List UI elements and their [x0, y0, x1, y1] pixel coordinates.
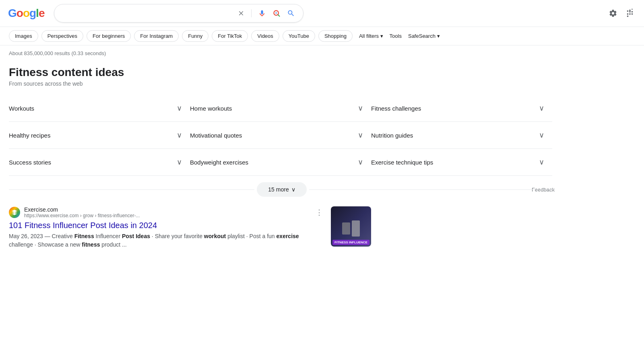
chevron-motivational-quotes-icon: ∨ [358, 131, 363, 140]
topic-workouts[interactable]: Workouts ∨ [9, 95, 190, 122]
main-content: Fitness content ideas From sources acros… [0, 60, 564, 252]
result-content: Exercise.com https://www.exercise.com › … [9, 206, 323, 249]
filter-tools: All filters ▾ Tools SafeSearch ▾ [359, 33, 440, 42]
topic-success-stories[interactable]: Success stories ∨ [9, 149, 190, 176]
header-right [607, 7, 636, 19]
result-date: May 26, 2023 [9, 233, 43, 239]
topic-nutrition-guides[interactable]: Nutrition guides ∨ [371, 122, 552, 149]
chevron-exercise-technique-tips-icon: ∨ [539, 158, 544, 167]
filter-for-tiktok[interactable]: For TikTok [212, 30, 248, 42]
safesearch[interactable]: SafeSearch ▾ [408, 33, 440, 39]
topics-grid: Workouts ∨ Home workouts ∨ Fitness chall… [9, 95, 552, 176]
settings-button[interactable] [607, 7, 619, 19]
result-site: Exercise.com https://www.exercise.com › … [9, 206, 323, 218]
chevron-home-workouts-icon: ∨ [358, 104, 363, 113]
result-options-button[interactable]: ⋮ [316, 208, 323, 217]
featured-subtitle: From sources across the web [9, 80, 555, 87]
filter-for-beginners[interactable]: For beginners [87, 30, 131, 42]
header: Google fitness content ideas [0, 0, 644, 27]
search-bar: fitness content ideas [54, 4, 303, 23]
result-description-text: — Creative Fitness Influencer Post Ideas… [9, 233, 299, 248]
chevron-workouts-icon: ∨ [177, 104, 182, 113]
site-info: Exercise.com https://www.exercise.com › … [24, 206, 140, 218]
site-url: https://www.exercise.com › grow › fitnes… [24, 213, 140, 218]
filter-funny[interactable]: Funny [182, 30, 208, 42]
topic-bodyweight-exercises[interactable]: Bodyweight exercises ∨ [190, 149, 371, 176]
featured-title: Fitness content ideas [9, 66, 555, 79]
mic-button[interactable] [256, 8, 268, 19]
result-image-inner: FITNESS INFLUENCE [331, 206, 371, 247]
more-btn-row: 15 more ∨ Feedback [9, 182, 555, 197]
chevron-nutrition-guides-icon: ∨ [539, 131, 544, 140]
topic-fitness-challenges[interactable]: Fitness challenges ∨ [371, 95, 552, 122]
all-filters[interactable]: All filters ▾ [359, 33, 383, 39]
search-button[interactable] [285, 8, 297, 19]
filter-perspectives[interactable]: Perspectives [41, 30, 83, 42]
filter-shopping[interactable]: Shopping [318, 30, 353, 42]
site-favicon [9, 207, 20, 218]
tools-button[interactable]: Tools [390, 33, 402, 39]
filter-images[interactable]: Images [9, 30, 38, 42]
result-image[interactable]: FITNESS INFLUENCE [331, 206, 371, 247]
lens-button[interactable] [271, 8, 282, 19]
results-count: About 835,000,000 results (0.33 seconds) [0, 45, 644, 60]
topic-exercise-technique-tips[interactable]: Exercise technique tips ∨ [371, 149, 552, 176]
result-title[interactable]: 101 Fitness Influencer Post Ideas in 202… [9, 220, 323, 231]
search-divider [251, 9, 252, 17]
google-logo: Google [8, 7, 44, 20]
filter-for-instagram[interactable]: For Instagram [134, 30, 179, 42]
chevron-healthy-recipes-icon: ∨ [177, 131, 182, 140]
clear-button[interactable] [236, 8, 246, 19]
site-name: Exercise.com [24, 206, 140, 213]
topic-motivational-quotes[interactable]: Motivational quotes ∨ [190, 122, 371, 149]
result-image-label: FITNESS INFLUENCE [332, 240, 369, 245]
filter-videos[interactable]: Videos [251, 30, 279, 42]
more-topics-button[interactable]: 15 more ∨ [257, 182, 306, 197]
chevron-success-stories-icon: ∨ [177, 158, 182, 167]
topic-healthy-recipes[interactable]: Healthy recipes ∨ [9, 122, 190, 149]
feedback-link[interactable]: Feedback [532, 187, 555, 193]
svg-point-1 [275, 12, 277, 14]
filter-bar: Images Perspectives For beginners For In… [0, 27, 644, 45]
apps-button[interactable] [624, 7, 636, 19]
chevron-fitness-challenges-icon: ∨ [539, 104, 544, 113]
chevron-bodyweight-exercises-icon: ∨ [358, 158, 363, 167]
chevron-down-icon: ∨ [291, 186, 295, 193]
topic-home-workouts[interactable]: Home workouts ∨ [190, 95, 371, 122]
search-input[interactable]: fitness content ideas [61, 10, 232, 17]
search-result: Exercise.com https://www.exercise.com › … [9, 206, 371, 249]
result-description: May 26, 2023 — Creative Fitness Influenc… [9, 232, 323, 249]
filter-youtube[interactable]: YouTube [283, 30, 315, 42]
